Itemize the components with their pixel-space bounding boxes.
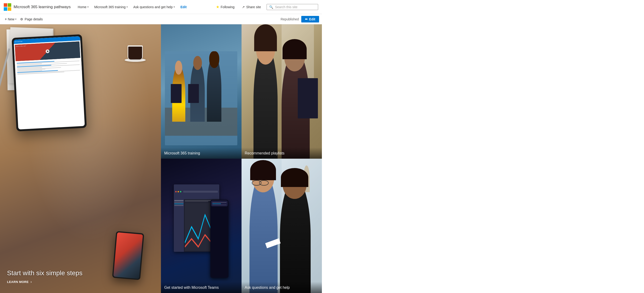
- hero-tablet: Microsoft Edge What is Office 365?: [12, 34, 87, 131]
- hero-section[interactable]: Microsoft Edge What is Office 365?: [0, 24, 161, 293]
- playlists-background: [242, 24, 322, 159]
- logo-green: [8, 3, 11, 7]
- card2-label: Recommended playlists: [242, 147, 322, 159]
- teams-background: [161, 159, 242, 293]
- nav-links: Home ▾ Microsoft 365 training ▾ Ask ques…: [76, 4, 214, 10]
- nav-right: ★ Following ↗ Share site 🔍 Search this s…: [214, 3, 318, 10]
- edit-pencil-icon: ✏: [305, 17, 308, 21]
- logo-red: [4, 3, 7, 7]
- arrow-icon: ›: [30, 280, 32, 284]
- edit-button[interactable]: ✏ Edit: [301, 16, 319, 22]
- logo-area: Microsoft 365 learning pathways: [4, 3, 71, 11]
- new-button[interactable]: + New ▾: [3, 16, 18, 23]
- card4-label: Ask questions and get help: [242, 282, 322, 293]
- gear-icon: ⚙: [20, 17, 23, 21]
- nav-edit[interactable]: Edit: [178, 4, 189, 10]
- card3-label: Get started with Microsoft Teams: [161, 282, 242, 293]
- search-placeholder: Search this site: [275, 5, 298, 9]
- nav-home[interactable]: Home ▾: [76, 4, 91, 10]
- search-box[interactable]: 🔍 Search this site: [266, 4, 318, 10]
- home-chevron-icon: ▾: [88, 5, 88, 8]
- m365-background: [161, 24, 242, 159]
- training-chevron-icon: ▾: [126, 5, 128, 8]
- hero-coffee-cup: [124, 38, 147, 62]
- hero-text-overlay: Start with six simple steps LEARN MORE ›: [7, 269, 82, 284]
- card1-label: Microsoft 365 training: [161, 147, 242, 159]
- right-grid: Microsoft 365 training: [161, 24, 322, 293]
- nav-help[interactable]: Ask questions and get help ▾: [131, 4, 177, 10]
- page-details-button[interactable]: ⚙ Page details: [18, 16, 44, 22]
- logo-blue: [4, 7, 7, 11]
- hero-learn-more[interactable]: LEARN MORE ›: [7, 280, 82, 284]
- logo-yellow: [8, 7, 11, 11]
- top-navigation: Microsoft 365 learning pathways Home ▾ M…: [0, 0, 322, 14]
- card-m365-training[interactable]: Microsoft 365 training: [161, 24, 242, 159]
- content-area: Microsoft Edge What is Office 365?: [0, 24, 322, 293]
- ask-background: [242, 159, 322, 293]
- plus-icon: +: [5, 17, 7, 21]
- nav-training[interactable]: Microsoft 365 training ▾: [92, 4, 130, 10]
- card-teams[interactable]: Get started with Microsoft Teams: [161, 159, 242, 293]
- hero-phone: [112, 231, 144, 280]
- site-title: Microsoft 365 learning pathways: [14, 5, 71, 9]
- hero-title: Start with six simple steps: [7, 269, 82, 277]
- card-ask-help[interactable]: Ask questions and get help: [242, 159, 322, 293]
- following-button[interactable]: ★ Following: [214, 3, 236, 10]
- toolbar-right: Republished ✏ Edit: [281, 16, 319, 22]
- star-icon: ★: [216, 5, 219, 9]
- share-icon: ↗: [242, 5, 245, 9]
- card-recommended-playlists[interactable]: Recommended playlists: [242, 24, 322, 159]
- share-button[interactable]: ↗ Share site: [240, 4, 263, 10]
- new-chevron-icon: ▾: [15, 18, 16, 20]
- toolbar: + New ▾ ⚙ Page details Republished ✏ Edi…: [0, 14, 322, 24]
- microsoft-logo: [4, 3, 11, 11]
- republished-status: Republished: [281, 17, 299, 21]
- help-chevron-icon: ▾: [174, 5, 175, 8]
- search-icon: 🔍: [269, 5, 273, 9]
